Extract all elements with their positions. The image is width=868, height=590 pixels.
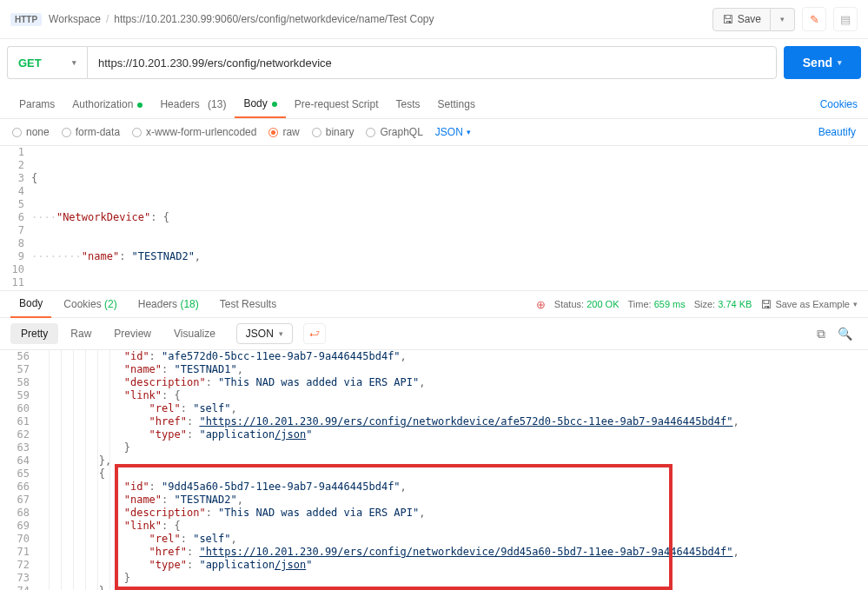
tab-headers[interactable]: Headers (13) [151, 89, 235, 118]
tab-prerequest[interactable]: Pre-request Script [286, 89, 388, 118]
wrap-icon: ⮐ [309, 328, 320, 340]
request-gutter: 1234567891011 [0, 146, 31, 289]
request-row: GET ▾ Send ▾ [0, 39, 868, 89]
beautify-link[interactable]: Beautify [818, 126, 856, 138]
resp-tab-cookies[interactable]: Cookies (2) [55, 298, 125, 310]
size-value: 3.74 KB [718, 299, 752, 309]
send-label: Send [803, 56, 832, 70]
body-type-row: none form-data x-www-form-urlencoded raw… [0, 119, 868, 146]
body-format-select[interactable]: JSON▾ [435, 126, 471, 138]
radio-x-www-form[interactable]: x-www-form-urlencoded [132, 126, 256, 138]
method-select[interactable]: GET ▾ [7, 46, 87, 79]
network-icon[interactable]: ⊕ [536, 298, 546, 311]
request-body-editor[interactable]: 1234567891011 { "NetworkDevice": { "name… [0, 146, 868, 290]
copy-button[interactable]: ⧉ [817, 327, 825, 341]
view-pretty[interactable]: Pretty [10, 323, 58, 344]
time-value: 659 ms [654, 299, 686, 309]
save-button[interactable]: 🖫 Save [712, 8, 771, 31]
resp-tab-body[interactable]: Body [10, 290, 51, 318]
response-code: "id": "afe572d0-5bcc-11ee-9ab7-9a446445b… [36, 350, 868, 590]
view-preview[interactable]: Preview [103, 323, 162, 344]
radio-none[interactable]: none [12, 126, 50, 138]
response-format-select[interactable]: JSON▾ [236, 323, 293, 344]
cookies-link[interactable]: Cookies [820, 98, 858, 110]
method-value: GET [18, 56, 42, 70]
response-meta: ⊕ Status: 200 OK Time: 659 ms Size: 3.74… [536, 298, 858, 311]
auth-active-dot [136, 98, 142, 110]
resp-tab-headers[interactable]: Headers (18) [129, 298, 208, 310]
status-code: 200 OK [586, 299, 619, 309]
tab-params[interactable]: Params [10, 89, 63, 118]
comments-button[interactable]: ▤ [833, 7, 858, 31]
tab-tests[interactable]: Tests [388, 89, 429, 118]
resp-tab-tests[interactable]: Test Results [211, 298, 285, 310]
chevron-down-icon: ▾ [72, 58, 76, 67]
radio-raw[interactable]: raw [268, 126, 299, 138]
request-tabs: Params Authorization Headers (13) Body P… [0, 89, 868, 119]
send-button[interactable]: Send ▾ [784, 46, 861, 79]
response-toolbar: Pretty Raw Preview Visualize JSON▾ ⮐ ⧉ 🔍 [0, 318, 868, 350]
tab-authorization[interactable]: Authorization [63, 89, 151, 118]
response-gutter: 5657585960616263646566676869707172737475 [0, 350, 36, 590]
view-visualize[interactable]: Visualize [163, 323, 226, 344]
search-button[interactable]: 🔍 [838, 327, 852, 341]
tab-body[interactable]: Body [235, 89, 285, 118]
save-dropdown[interactable]: ▾ [771, 8, 795, 31]
tab-settings[interactable]: Settings [429, 89, 484, 118]
comment-icon: ▤ [840, 13, 851, 26]
chevron-down-icon: ▾ [838, 58, 842, 67]
chevron-down-icon: ▾ [467, 128, 471, 136]
chevron-down-icon: ▾ [279, 329, 283, 338]
response-header: Body Cookies (2) Headers (18) Test Resul… [0, 290, 868, 318]
breadcrumb-separator: / [106, 13, 109, 25]
radio-graphql[interactable]: GraphQL [366, 126, 422, 138]
pencil-icon: ✎ [810, 13, 819, 26]
floppy-icon: 🖫 [722, 13, 733, 26]
radio-binary[interactable]: binary [312, 126, 354, 138]
save-label: Save [738, 13, 761, 25]
chevron-down-icon: ▾ [780, 15, 785, 23]
save-as-example[interactable]: 🖫Save as Example▾ [760, 298, 858, 311]
response-body-editor[interactable]: 5657585960616263646566676869707172737475… [0, 350, 868, 590]
chevron-down-icon: ▾ [853, 300, 858, 308]
save-button-group: 🖫 Save ▾ [712, 8, 795, 31]
top-bar: HTTP Workspace / https://10.201.230.99:9… [0, 0, 868, 39]
workspace-name[interactable]: Workspace [49, 13, 101, 25]
request-path[interactable]: https://10.201.230.99:9060/ers/config/ne… [114, 13, 434, 25]
body-active-dot [270, 97, 277, 109]
wrap-lines-button[interactable]: ⮐ [303, 323, 326, 344]
breadcrumb: Workspace / https://10.201.230.99:9060/e… [49, 13, 706, 25]
radio-form-data[interactable]: form-data [62, 126, 120, 138]
edit-button[interactable]: ✎ [802, 7, 826, 31]
view-raw[interactable]: Raw [60, 323, 102, 344]
http-badge: HTTP [10, 13, 42, 26]
request-code: { "NetworkDevice": { "name": "TESTNAD2",… [31, 146, 868, 290]
url-input[interactable] [87, 46, 777, 79]
floppy-icon: 🖫 [760, 298, 772, 311]
